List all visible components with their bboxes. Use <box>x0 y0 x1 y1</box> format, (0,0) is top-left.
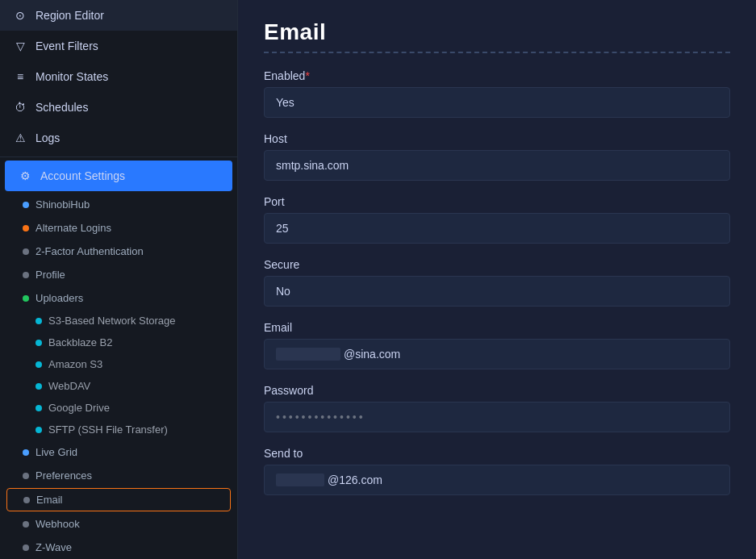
field-label-host: Host <box>264 132 730 145</box>
sidebar-sub-z-wave[interactable]: Z-Wave <box>0 536 237 559</box>
email-mask <box>276 348 340 361</box>
dot-preferences <box>23 473 29 479</box>
field-label-secure: Secure <box>264 258 730 271</box>
sidebar-label-account-settings: Account Settings <box>40 169 125 182</box>
dot-live-grid <box>23 449 29 456</box>
dot-webdav <box>36 383 42 390</box>
dot-z-wave <box>23 544 29 551</box>
label-backblaze: Backblaze B2 <box>48 336 113 348</box>
sidebar-sub-email[interactable]: Email <box>6 488 231 511</box>
label-preferences: Preferences <box>36 469 92 482</box>
field-label-enabled: Enabled* <box>264 69 730 82</box>
sidebar-label-logs: Logs <box>36 131 60 144</box>
field-label-send-to: Send to <box>264 447 730 460</box>
field-value-host: smtp.sina.com <box>264 150 730 181</box>
label-shinobihub: ShinobiHub <box>36 198 90 211</box>
sidebar-item-monitor-states[interactable]: ≡ Monitor States <box>0 61 237 92</box>
sidebar-sub-preferences[interactable]: Preferences <box>0 464 237 487</box>
field-label-email-field: Email <box>264 321 730 334</box>
field-group-port: Port 25 <box>264 195 730 244</box>
send-to-domain: @126.com <box>328 473 382 486</box>
dot-google-drive <box>36 405 42 411</box>
label-2fa: 2-Factor Authentication <box>36 245 144 257</box>
event-filters-icon: ▽ <box>13 39 27 53</box>
send-to-mask <box>276 473 324 486</box>
sidebar-subsub-backblaze[interactable]: Backblaze B2 <box>0 332 237 353</box>
label-z-wave: Z-Wave <box>36 541 72 553</box>
account-settings-icon: ⚙ <box>18 169 32 183</box>
dot-s3 <box>36 318 42 324</box>
field-group-send-to: Send to @126.com <box>264 447 730 495</box>
sidebar: ⊙ Region Editor ▽ Event Filters ≡ Monito… <box>0 0 238 559</box>
field-group-secure: Secure No <box>264 258 730 307</box>
sidebar-subsub-webdav[interactable]: WebDAV <box>0 375 237 397</box>
label-uploaders: Uploaders <box>36 292 83 304</box>
sidebar-sub-2fa[interactable]: 2-Factor Authentication <box>0 240 237 263</box>
field-group-enabled: Enabled* Yes <box>264 69 730 118</box>
monitor-states-icon: ≡ <box>13 69 27 84</box>
sidebar-item-event-filters[interactable]: ▽ Event Filters <box>0 31 237 61</box>
field-value-secure: No <box>264 276 730 307</box>
field-group-host: Host smtp.sina.com <box>264 132 730 181</box>
email-domain: @sina.com <box>344 348 400 361</box>
dot-email <box>23 497 30 503</box>
label-webdav: WebDAV <box>48 380 90 392</box>
sidebar-subsub-s3[interactable]: S3-Based Network Storage <box>0 310 237 332</box>
label-webhook: Webhook <box>36 518 80 530</box>
sidebar-sub-uploaders[interactable]: Uploaders <box>0 286 237 310</box>
sidebar-item-logs[interactable]: ⚠ Logs <box>0 123 237 153</box>
sidebar-sub-alternate-logins[interactable]: Alternate Logins <box>0 216 237 240</box>
region-editor-icon: ⊙ <box>13 8 27 23</box>
dot-amazon-s3 <box>36 361 42 368</box>
label-sftp: SFTP (SSH File Transfer) <box>48 423 168 436</box>
title-divider <box>264 52 730 53</box>
sidebar-sub-live-grid[interactable]: Live Grid <box>0 440 237 464</box>
dot-2fa <box>23 248 29 255</box>
sidebar-subsub-google-drive[interactable]: Google Drive <box>0 397 237 419</box>
dot-shinobihub <box>23 202 29 208</box>
sidebar-item-region-editor[interactable]: ⊙ Region Editor <box>0 0 237 31</box>
field-value-email: @sina.com <box>264 339 730 369</box>
sidebar-label-region-editor: Region Editor <box>36 9 104 22</box>
field-value-port: 25 <box>264 213 730 244</box>
divider-1 <box>0 156 237 157</box>
label-google-drive: Google Drive <box>48 402 110 414</box>
field-label-password: Password <box>264 384 730 397</box>
sidebar-label-schedules: Schedules <box>36 101 88 114</box>
field-label-port: Port <box>264 195 730 208</box>
field-group-password: Password •••••••••••••• <box>264 384 730 432</box>
sidebar-item-schedules[interactable]: ⏱ Schedules <box>0 92 237 123</box>
field-value-enabled: Yes <box>264 87 730 118</box>
field-value-password: •••••••••••••• <box>264 402 730 432</box>
page-title: Email <box>264 19 730 45</box>
sidebar-label-event-filters: Event Filters <box>36 40 98 52</box>
sidebar-sub-shinobihub[interactable]: ShinobiHub <box>0 193 237 216</box>
sidebar-item-account-settings[interactable]: ⚙ Account Settings <box>5 161 232 191</box>
sidebar-label-monitor-states: Monitor States <box>36 70 108 83</box>
label-live-grid: Live Grid <box>36 446 77 458</box>
field-group-email: Email @sina.com <box>264 321 730 369</box>
dot-webhook <box>23 521 29 528</box>
sidebar-sub-profile[interactable]: Profile <box>0 263 237 286</box>
dot-profile <box>23 272 29 278</box>
dot-backblaze <box>36 340 42 346</box>
label-profile: Profile <box>36 269 65 281</box>
sidebar-subsub-amazon-s3[interactable]: Amazon S3 <box>0 353 237 375</box>
label-amazon-s3: Amazon S3 <box>48 358 102 370</box>
schedules-icon: ⏱ <box>13 100 27 115</box>
main-content: Email Enabled* Yes Host smtp.sina.com Po… <box>238 0 756 559</box>
logs-icon: ⚠ <box>13 131 27 145</box>
dot-sftp <box>36 427 42 433</box>
field-value-send-to: @126.com <box>264 465 730 495</box>
dot-alternate-logins <box>23 225 29 232</box>
label-alternate-logins: Alternate Logins <box>36 222 111 234</box>
dot-uploaders <box>23 295 29 302</box>
sidebar-sub-webhook[interactable]: Webhook <box>0 512 237 536</box>
label-s3: S3-Based Network Storage <box>48 315 176 327</box>
label-email: Email <box>36 494 63 506</box>
sidebar-subsub-sftp[interactable]: SFTP (SSH File Transfer) <box>0 419 237 440</box>
